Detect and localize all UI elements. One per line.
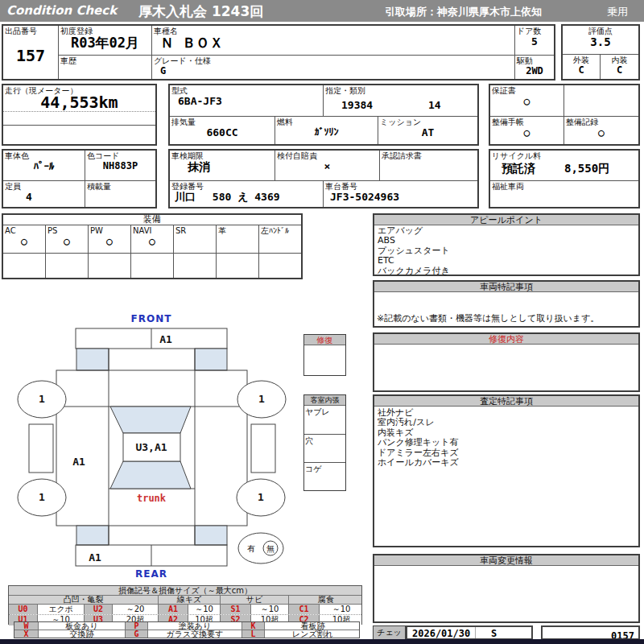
- equipment-empty-2: [46, 254, 89, 278]
- equipment-empty-3: [89, 254, 131, 278]
- repair-code-desc: 看板跡: [265, 622, 359, 630]
- equipment-box: 装備 AC ○ PS ○ PW ○ NAVI ○ SR 革 左ﾊﾝﾄﾞﾙ: [2, 213, 303, 279]
- spare-no-label: 無: [266, 544, 275, 553]
- equipment-label-ac: AC: [3, 225, 45, 235]
- exterior-grade-value: C: [563, 64, 600, 76]
- equipment-cell-ac: AC ○: [3, 225, 46, 254]
- warranty-cell: 保証書 ○: [490, 85, 564, 117]
- lot-number-cell: 出品番号 157: [3, 26, 59, 79]
- approval-request-cell: 承認請求書: [380, 151, 477, 181]
- legend-code: C1: [289, 605, 320, 614]
- drive-label: 駆動: [515, 56, 554, 65]
- equipment-label-sr: SR: [174, 225, 216, 235]
- maintenance-book-value: ○: [490, 126, 564, 138]
- equipment-cell-ps: PS ○: [46, 225, 89, 254]
- registration-number-value: 川口 580 え 4369: [170, 191, 323, 203]
- cabin-row-hole: 穴: [304, 435, 345, 463]
- score-box: 評価点 3.5 外装 C 内装 C: [561, 24, 640, 80]
- model-code-cell: 型式 6BA-JF3: [170, 85, 324, 117]
- appeal-item: ABS: [374, 236, 638, 246]
- equipment-cell-navi: NAVI ○: [131, 225, 174, 254]
- inspection-cell: 車検期限 抹消: [170, 151, 275, 181]
- repair-code-desc: 交換跡: [39, 630, 126, 638]
- legend-code: S1: [221, 605, 251, 614]
- assessment-item: パンク修理キット有: [374, 438, 638, 448]
- warranty-empty-cell: [564, 85, 638, 117]
- repair-code: K: [242, 622, 265, 630]
- exterior-grade-label: 外装: [563, 55, 600, 64]
- equipment-empty-5: [174, 254, 217, 278]
- score-label: 評価点: [563, 26, 638, 35]
- appeal-points-box: アピールポイント エアバッグ ABS プッシュスタート ETC バックカメラ付き: [373, 213, 640, 276]
- class-number-value2: 14: [428, 99, 441, 111]
- front-direction-label: FRONT: [131, 313, 172, 324]
- cabin-interior-box: 客室内張 ヤブレ 穴 コゲ: [303, 394, 346, 491]
- appeal-points-title: アピールポイント: [374, 215, 638, 225]
- registration-number-cell: 登録番号 川口 580 え 4369: [170, 181, 324, 207]
- damage-legend-box: 損傷記号＆損傷サイズ（～最大cm） 凸凹・亀裂 線キズ サビ 腐食 U0 エクボ…: [8, 585, 362, 625]
- legend-value: ～20: [113, 605, 159, 614]
- damage-legend-title: 損傷記号＆損傷サイズ（～最大cm）: [9, 586, 361, 596]
- drive-cell: 駆動 2WD: [515, 56, 554, 79]
- equipment-label-navi: NAVI: [131, 225, 173, 235]
- class-number-label: 指定・類別: [324, 85, 477, 95]
- legend-value: ～10: [251, 605, 289, 614]
- assessment-item: 室内汚れ/スレ: [374, 418, 638, 427]
- insurance-value: ×: [275, 160, 379, 172]
- legend-value: ～10: [188, 605, 221, 614]
- rear-direction-label: REAR: [135, 568, 167, 580]
- doors-value: 5: [515, 35, 554, 47]
- lot-number-label: 出品番号: [3, 26, 58, 35]
- insurance-cell: 検付自賠責 ×: [275, 151, 380, 181]
- check-code: S: [491, 628, 497, 639]
- check-date: 2026/01/30: [412, 628, 470, 639]
- cabin-row-burn: コゲ: [304, 463, 345, 490]
- interior-grade-value: C: [601, 64, 638, 76]
- cabin-row-tear: ヤブレ: [304, 406, 345, 435]
- legend-group-scratch: 線キズ: [159, 596, 221, 604]
- repair-code-desc: 板金あり: [39, 622, 126, 630]
- maintenance-record-value: ○: [564, 126, 638, 138]
- change-info-box: 車両変更情報: [373, 554, 640, 623]
- legend-code: U0: [9, 605, 38, 614]
- brand-logo: Condition Check: [6, 3, 117, 18]
- approval-request-label: 承認請求書: [380, 151, 477, 160]
- mileage-empty-row2: [3, 126, 155, 144]
- welfare-cell: 福祉車両: [490, 181, 638, 207]
- header-bar: Condition Check 厚木入札会 1243回 引取場所：神奈川県厚木市…: [0, 0, 644, 22]
- left-panel-damage: A1: [72, 456, 85, 468]
- drive-value: 2WD: [515, 65, 554, 76]
- equipment-label-lhd: 左ﾊﾝﾄﾞﾙ: [259, 225, 301, 235]
- legend-code: U2: [85, 605, 113, 614]
- chassis-number-value: JF3-5024963: [324, 191, 477, 203]
- equipment-value-pw: ○: [89, 235, 130, 247]
- spare-yes-label: 有: [247, 544, 255, 553]
- history-label: 車歴: [59, 56, 151, 65]
- registration-number-label: 登録番号: [170, 181, 323, 191]
- maintenance-record-cell: 整備記録 ○: [564, 117, 638, 144]
- equipment-cell-pw: PW ○: [89, 225, 131, 254]
- grade-value: G: [152, 65, 514, 76]
- appeal-item: バックカメラ付き: [374, 266, 638, 276]
- recycle-label: リサイクル料: [490, 151, 638, 160]
- equipment-title: 装備: [3, 215, 301, 225]
- recycle-status: 預託済: [502, 162, 535, 175]
- trunk-label: trunk: [137, 493, 167, 504]
- exterior-grade-cell: 外装 C: [563, 55, 601, 79]
- insurance-label: 検付自賠責: [275, 151, 379, 160]
- mission-cell: ミッション AT: [378, 117, 477, 144]
- model-code-label: 型式: [170, 85, 323, 95]
- rear-bumper-damage: A1: [89, 551, 101, 564]
- doors-label: ドア数: [515, 26, 554, 35]
- repair-code: P: [126, 622, 148, 630]
- tire-front-left-mark: 1: [39, 393, 45, 405]
- equipment-empty-1: [3, 254, 46, 278]
- assessment-notes-title: 査定特記事項: [374, 396, 638, 407]
- vehicle-notes-box: 車両特記事項 ※記載のない書類・機器等は無しとして取り扱います。: [373, 280, 640, 328]
- equipment-cell-leather: 革: [217, 225, 259, 254]
- repair-code: X: [14, 630, 39, 638]
- score-value: 3.5: [563, 35, 638, 48]
- repair-codes-row1: W 板金あり P 塗装あり K 看板跡: [14, 622, 359, 630]
- color-code-label: 色コード: [85, 151, 155, 160]
- mission-value: AT: [378, 126, 477, 138]
